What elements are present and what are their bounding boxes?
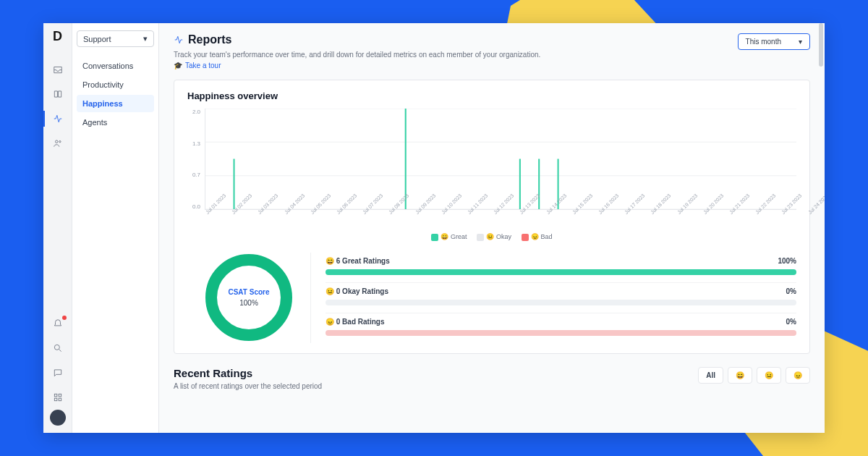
page-header: Reports Track your team's performance ov…	[174, 33, 810, 69]
y-tick: 0.7	[187, 172, 200, 178]
recent-subtitle: A list of recent ratings over the select…	[174, 382, 322, 390]
rating-filters: All😄😐😠	[698, 367, 810, 384]
dist-row-bad: 😠 0 Bad Ratings0%	[326, 313, 796, 343]
team-selector-label: Support	[83, 35, 111, 43]
take-tour-label: Take a tour	[185, 62, 221, 69]
x-tick: Jul 24 2023	[807, 193, 825, 224]
main-content: Reports Track your team's performance ov…	[159, 23, 825, 433]
page-title: Reports	[174, 33, 540, 46]
svg-point-0	[55, 140, 58, 143]
page-title-text: Reports	[188, 33, 231, 46]
sub-navigation: Support ▾ ConversationsProductivityHappi…	[72, 23, 159, 433]
filter-all[interactable]: All	[698, 367, 723, 384]
dist-row-great: 😄 6 Great Ratings100%	[326, 253, 796, 283]
recent-title: Recent Ratings	[174, 367, 322, 379]
svg-rect-6	[59, 398, 61, 401]
period-selector[interactable]: This month ▾	[738, 33, 810, 50]
csat-donut: CSAT Score 100%	[187, 253, 310, 343]
chevron-down-icon: ▾	[799, 38, 802, 46]
svg-rect-5	[54, 398, 57, 401]
csat-label: CSAT Score	[228, 288, 269, 296]
svg-rect-4	[59, 394, 61, 397]
activity-icon[interactable]	[43, 106, 72, 131]
happiness-overview-card: Happiness overview 2.01.30.70.0 Jul 01 2…	[174, 80, 810, 354]
legend-item-bad[interactable]: 😠 Bad	[522, 233, 553, 241]
app-window: D Support ▾ ConversationsProductivityHap…	[43, 23, 825, 433]
happiness-chart: 2.01.30.70.0	[187, 109, 796, 210]
overview-title: Happiness overview	[187, 90, 796, 101]
app-logo: D	[53, 29, 62, 44]
page-subtitle: Track your team's performance over time,…	[174, 51, 540, 59]
book-icon[interactable]	[43, 82, 72, 106]
svg-rect-3	[54, 394, 57, 397]
svg-point-1	[59, 141, 60, 143]
chart-plot-area	[205, 109, 796, 210]
dist-row-okay: 😐 0 Okay Ratings0%	[326, 283, 796, 313]
notification-badge	[62, 316, 67, 320]
y-tick: 2.0	[187, 109, 200, 115]
users-icon[interactable]	[43, 131, 72, 156]
period-selector-label: This month	[746, 38, 781, 46]
team-selector[interactable]: Support ▾	[77, 30, 154, 47]
y-tick: 0.0	[187, 203, 200, 210]
svg-point-2	[54, 345, 59, 350]
filter-emoji-3[interactable]: 😠	[786, 367, 810, 384]
apps-icon[interactable]	[43, 385, 72, 410]
svg-rect-11	[234, 159, 235, 210]
recent-ratings-header: Recent Ratings A list of recent ratings …	[174, 367, 810, 390]
take-tour-link[interactable]: 🎓 Take a tour	[174, 62, 221, 69]
inbox-icon[interactable]	[43, 57, 72, 82]
icon-rail: D	[43, 23, 72, 433]
chart-legend: 😄 Great😐 Okay😠 Bad	[187, 233, 796, 241]
csat-value: 100%	[239, 299, 258, 307]
subnav-item-agents[interactable]: Agents	[77, 114, 154, 131]
legend-item-great[interactable]: 😄 Great	[431, 233, 467, 241]
chat-icon[interactable]	[43, 360, 72, 385]
tour-icon: 🎓	[174, 62, 182, 69]
filter-emoji-1[interactable]: 😄	[728, 367, 752, 384]
activity-icon	[174, 35, 184, 45]
scrollbar[interactable]	[817, 23, 823, 433]
search-icon[interactable]	[43, 336, 72, 360]
chart-x-axis: Jul 01 2023Jul 02 2023Jul 03 2023Jul 04 …	[205, 211, 796, 230]
user-avatar[interactable]	[50, 410, 66, 426]
chart-y-axis: 2.01.30.70.0	[187, 109, 205, 210]
notifications-icon[interactable]	[43, 311, 72, 336]
legend-item-okay[interactable]: 😐 Okay	[477, 233, 511, 241]
chevron-down-icon: ▾	[143, 34, 148, 43]
subnav-item-happiness[interactable]: Happiness	[77, 95, 154, 112]
filter-emoji-2[interactable]: 😐	[757, 367, 781, 384]
subnav-item-productivity[interactable]: Productivity	[77, 76, 154, 93]
y-tick: 1.3	[187, 140, 200, 147]
distribution-section: CSAT Score 100% 😄 6 Great Ratings100% 😐 …	[187, 253, 796, 343]
subnav-item-conversations[interactable]: Conversations	[77, 57, 154, 75]
rating-distribution: 😄 6 Great Ratings100% 😐 0 Okay Ratings0%…	[310, 253, 796, 343]
